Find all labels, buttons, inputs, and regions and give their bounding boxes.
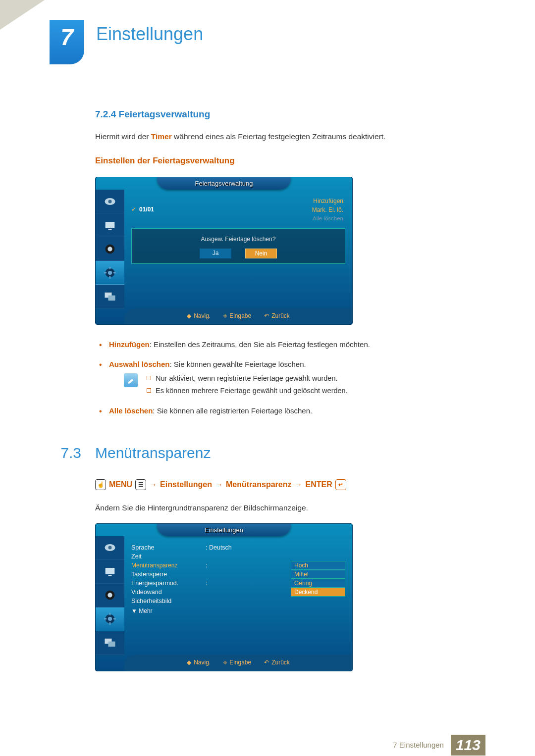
more-indicator[interactable]: ▼ Mehr bbox=[131, 607, 291, 614]
svg-point-15 bbox=[108, 546, 112, 550]
section-724-intro: Hiermit wird der Timer während eines als… bbox=[95, 131, 485, 142]
bullet-alle-loeschen: Alle löschen: Sie können alle registrier… bbox=[98, 405, 485, 417]
nav-enter: ⎆ Eingabe bbox=[223, 659, 251, 666]
svg-point-1 bbox=[108, 200, 112, 203]
osd-holiday-panel: Feiertagsverwaltung ✓01/01 Hinzufügen Ma… bbox=[95, 177, 353, 325]
svg-point-5 bbox=[107, 247, 112, 251]
nav-navig: ◆ Navig. bbox=[187, 659, 211, 666]
nav-navig: ◆ Navig. bbox=[187, 312, 211, 319]
chapter-number: 7 bbox=[60, 24, 73, 50]
osd-sidebar-2 bbox=[96, 536, 124, 655]
bullet-auswahl-loeschen: Auswahl löschen: Sie können gewählte Fei… bbox=[98, 358, 485, 397]
row-video-label: Videowand bbox=[131, 589, 206, 596]
action-delete-all[interactable]: Alle löschen bbox=[310, 214, 345, 222]
action-add[interactable]: Hinzufügen bbox=[310, 197, 345, 205]
note-icon bbox=[124, 373, 138, 387]
no-button[interactable]: Nein bbox=[245, 249, 277, 258]
svg-rect-13 bbox=[108, 295, 115, 301]
section-73-desc: Ändern Sie die Hintergrundtransparenz de… bbox=[95, 502, 485, 513]
footer-page-number: 113 bbox=[451, 735, 485, 756]
svg-point-19 bbox=[107, 593, 112, 598]
screen-icon[interactable] bbox=[96, 560, 124, 584]
row-energie-value: : bbox=[206, 580, 291, 587]
multi-icon[interactable] bbox=[96, 285, 124, 308]
osd-nav-bar: ◆ Navig. ⎆ Eingabe ↶ Zurück bbox=[124, 308, 352, 324]
row-taste-label: Tastensperre bbox=[131, 571, 206, 578]
page-corner-decoration bbox=[0, 0, 45, 30]
pic-icon[interactable] bbox=[96, 190, 124, 213]
section-73-number: 7.3 bbox=[50, 445, 81, 461]
opt-hoch[interactable]: Hoch bbox=[291, 561, 345, 570]
chapter-number-badge: 7 bbox=[50, 20, 84, 64]
opt-mittel[interactable]: Mittel bbox=[291, 570, 345, 579]
nav-enter: ⎆ Eingabe bbox=[223, 312, 251, 319]
section-724-heading: 7.2.4 Feiertagsverwaltung bbox=[95, 109, 485, 120]
term-timer: Timer bbox=[151, 132, 172, 141]
svg-rect-27 bbox=[108, 642, 115, 647]
gear-icon[interactable] bbox=[96, 607, 124, 631]
row-menutr-colon: : bbox=[206, 562, 291, 569]
section-724-title: Feiertagsverwaltung bbox=[119, 109, 211, 119]
svg-point-21 bbox=[108, 617, 112, 621]
osd-settings-title: Einstellungen bbox=[157, 524, 291, 536]
row-sprache-value: : Deutsch bbox=[206, 544, 291, 551]
section-724-number: 7.2.4 bbox=[95, 109, 116, 119]
osd-settings-panel: Einstellungen Sprache: Deutsch Ze bbox=[95, 523, 353, 671]
confirm-question: Ausgew. Feiertage löschen? bbox=[137, 236, 340, 243]
osd-sidebar bbox=[96, 190, 124, 308]
holiday-entry-date: 01/01 bbox=[139, 206, 154, 213]
section-73-heading: 7.3 Menütransparenz bbox=[95, 445, 485, 461]
opt-gering[interactable]: Gering bbox=[291, 579, 345, 588]
footer-chapter: 7 Einstellungen bbox=[393, 741, 444, 749]
pic-icon[interactable] bbox=[96, 536, 124, 560]
enter-icon: ↵ bbox=[335, 479, 346, 490]
menu-icon: ☰ bbox=[135, 479, 146, 490]
svg-rect-16 bbox=[106, 568, 115, 574]
note-item-1: Nur aktiviert, wenn registrierte Feierta… bbox=[147, 372, 348, 385]
section-73-title: Menütransparenz bbox=[95, 445, 211, 461]
menu-path: ☝ MENU ☰ → Einstellungen → Menütranspare… bbox=[95, 479, 485, 490]
sound-icon[interactable] bbox=[96, 584, 124, 607]
svg-rect-2 bbox=[106, 222, 115, 228]
svg-rect-17 bbox=[108, 575, 112, 576]
opt-deckend[interactable]: Deckend bbox=[291, 588, 345, 597]
row-sicher-label: Sicherheitsbild bbox=[131, 598, 206, 605]
page-footer: 7 Einstellungen 113 bbox=[0, 735, 535, 756]
row-sprache-label: Sprache bbox=[131, 544, 206, 551]
row-energie-label: Energiesparmod. bbox=[131, 580, 206, 587]
chapter-title: Einstellungen bbox=[96, 20, 203, 45]
holiday-options-list: Hinzufügen: Einstellen des Zeitraums, de… bbox=[98, 339, 485, 416]
svg-point-7 bbox=[108, 271, 112, 275]
osd-holiday-title: Feiertagsverwaltung bbox=[157, 177, 291, 190]
sound-icon[interactable] bbox=[96, 237, 124, 261]
nav-back: ↶ Zurück bbox=[264, 659, 290, 666]
chapter-header: 7 Einstellungen bbox=[50, 20, 485, 64]
confirm-dialog: Ausgew. Feiertage löschen? Ja Nein bbox=[131, 228, 345, 264]
transparency-options: Hoch Mittel Gering Deckend bbox=[291, 561, 345, 614]
screen-icon[interactable] bbox=[96, 213, 124, 237]
nav-back: ↶ Zurück bbox=[264, 312, 290, 319]
row-zeit-label: Zeit bbox=[131, 553, 206, 560]
remote-icon: ☝ bbox=[95, 479, 106, 490]
yes-button[interactable]: Ja bbox=[200, 249, 231, 258]
note-item-2: Es können mehrere Feiertage gewählt und … bbox=[147, 385, 348, 397]
row-menutr-label[interactable]: Menütransparenz bbox=[131, 562, 206, 569]
osd-nav-bar-2: ◆ Navig. ⎆ Eingabe ↶ Zurück bbox=[124, 655, 352, 671]
check-icon: ✓ bbox=[131, 206, 136, 213]
section-724-subhead: Einstellen der Feiertagsverwaltung bbox=[95, 156, 485, 166]
action-delete-selected[interactable]: Mark. El. lö. bbox=[310, 205, 345, 214]
bullet-hinzufuegen: Hinzufügen: Einstellen des Zeitraums, de… bbox=[98, 339, 485, 351]
gear-icon[interactable] bbox=[96, 261, 124, 285]
svg-rect-3 bbox=[108, 229, 112, 230]
multi-icon[interactable] bbox=[96, 631, 124, 655]
